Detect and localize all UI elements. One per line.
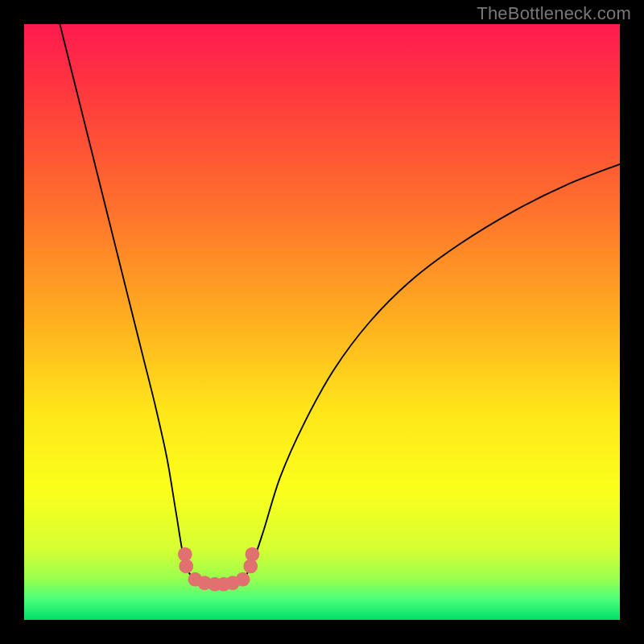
marker-dot	[179, 559, 193, 574]
marker-dot	[236, 572, 250, 587]
marker-group	[178, 547, 259, 592]
curve-right	[233, 164, 620, 583]
curve-layer	[24, 24, 620, 620]
plot-area	[24, 24, 620, 620]
watermark-text: TheBottleneck.com	[477, 3, 631, 24]
outer-frame: TheBottleneck.com	[0, 0, 644, 644]
marker-dot	[246, 547, 260, 562]
curve-left	[60, 24, 204, 583]
